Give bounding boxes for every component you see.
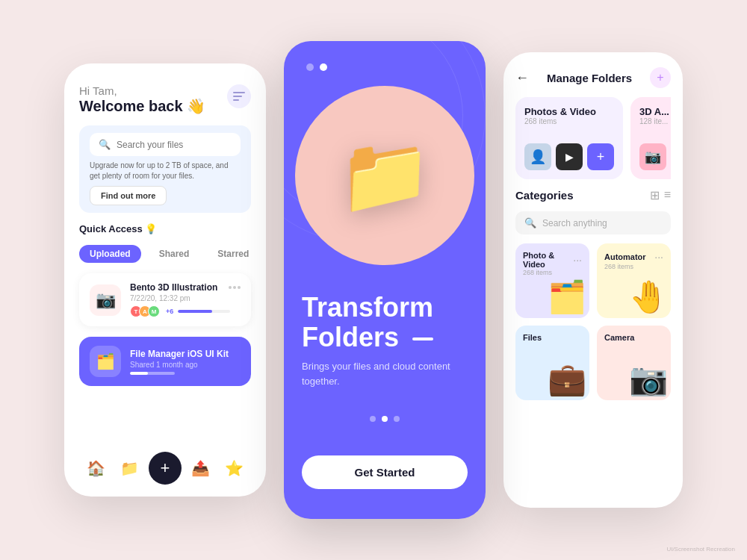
categories-grid: Photo & Video ··· 268 items 🗂️ Automator… <box>515 243 671 400</box>
svg-point-4 <box>233 286 236 289</box>
cat-auto-count: 268 items <box>604 263 663 270</box>
avatar-3: M <box>148 305 160 317</box>
top-dots <box>306 63 327 71</box>
nav-folder[interactable]: 📁 <box>115 453 145 483</box>
page-dot-1[interactable] <box>370 416 376 422</box>
folder-icon: 📁 <box>338 131 432 220</box>
progress-bar-2 <box>130 372 175 375</box>
cat-auto-info: Automator ··· 268 items <box>604 251 663 270</box>
file-icon-2: 🗂️ <box>90 346 121 377</box>
nav-home[interactable]: 🏠 <box>81 453 111 483</box>
grid-view-button[interactable]: ⊞ <box>650 188 660 202</box>
quick-access-section: Quick Access 💡 <box>79 223 251 234</box>
tab-uploaded[interactable]: Uploaded <box>79 245 141 263</box>
folder-1-thumbs: 👤 ▶ + <box>524 143 614 170</box>
more-icon-1[interactable] <box>229 286 241 289</box>
page-dot-3[interactable] <box>394 416 400 422</box>
categories-title: Categories <box>515 189 574 202</box>
quick-access-title: Quick Access 💡 <box>79 223 251 234</box>
folder-card-2[interactable]: 3D A... 128 ite... 📷 <box>630 97 671 179</box>
file-meta-2 <box>130 372 241 375</box>
dot-2 <box>320 63 327 71</box>
file-meta-1: T A M +6 <box>130 305 241 317</box>
file-card-2[interactable]: 🗂️ File Manager iOS UI Kit Shared 1 mont… <box>79 337 251 386</box>
thumb-person: 👤 <box>524 143 551 170</box>
phone2: 📁 Transform Folders Brings your files an… <box>284 41 486 519</box>
upgrade-search-box: 🔍 Upgrade now for up to 2 TB of space, a… <box>79 125 251 213</box>
cat-auto-name: Automator <box>604 252 646 261</box>
svg-rect-1 <box>233 96 242 97</box>
thumb-add-1[interactable]: + <box>587 143 614 170</box>
nav-share[interactable]: 📤 <box>185 453 215 483</box>
file-info-1: Bento 3D Illustration 7/22/20, 12:32 pm … <box>130 282 241 317</box>
folder-card-2-info: 3D A... 128 ite... <box>639 106 671 125</box>
progress-fill-2 <box>130 372 148 375</box>
find-out-button[interactable]: Find out more <box>90 186 167 205</box>
thumb-cam: 📷 <box>639 143 666 170</box>
greeting-text: Hi Tam, <box>79 84 205 97</box>
svg-rect-2 <box>233 99 239 101</box>
folder-1-name: Photos & Video <box>524 106 614 117</box>
phone2-content: Transform Folders Brings your files and … <box>302 293 468 388</box>
progress-bar-1 <box>178 310 230 313</box>
add-folder-button[interactable]: + <box>650 67 671 88</box>
svg-point-3 <box>229 286 232 289</box>
pagination <box>370 416 400 422</box>
file-info-2: File Manager iOS UI Kit Shared 1 month a… <box>130 349 241 375</box>
cat-photo-more[interactable]: ··· <box>573 254 582 266</box>
search-icon: 🔍 <box>99 139 111 150</box>
cat-cam-name: Camera <box>604 333 663 342</box>
file-date-2: Shared 1 month ago <box>130 361 241 369</box>
phone3: ← Manage Folders + Photos & Video 268 it… <box>503 52 683 508</box>
folder-2-name: 3D A... <box>639 106 671 117</box>
folder-1-count: 268 items <box>524 117 614 125</box>
view-toggle: ⊞ ≡ <box>650 188 671 202</box>
cat-card-files[interactable]: Files 💼 <box>515 326 589 400</box>
folders-scroll: Photos & Video 268 items 👤 ▶ + 3D A... 1… <box>515 97 671 179</box>
nav-star[interactable]: ⭐ <box>219 453 249 483</box>
cat-card-camera[interactable]: Camera 📷 <box>597 326 671 400</box>
search-input-row[interactable]: 🔍 <box>90 133 241 156</box>
phone2-title-line1: Transform Folders <box>302 293 468 352</box>
welcome-text: Welcome back 👋 <box>79 97 205 115</box>
tab-starred[interactable]: Starred <box>207 245 259 263</box>
page-dot-2[interactable] <box>382 416 388 422</box>
cat-photo-icon: 🗂️ <box>548 279 586 315</box>
phone1: Hi Tam, Welcome back 👋 🔍 Upgrade now for… <box>64 63 266 497</box>
folder-2-count: 128 ite... <box>639 117 671 125</box>
cat-files-icon: 💼 <box>548 361 586 397</box>
svg-point-5 <box>238 286 241 289</box>
get-started-button[interactable]: Get Started <box>302 455 468 489</box>
cat-auto-icon: 🤚 <box>629 279 668 315</box>
folder-2-thumbs: 📷 <box>639 143 671 170</box>
avatars-1: T A M <box>130 305 157 317</box>
back-button[interactable]: ← <box>515 70 529 86</box>
cat-files-name: Files <box>523 333 582 342</box>
categories-header: Categories ⊞ ≡ <box>515 188 671 202</box>
file-name-1: Bento 3D Illustration <box>130 282 217 293</box>
menu-button[interactable] <box>227 84 251 108</box>
watermark: UI/Screenshot Recreation <box>666 546 735 553</box>
cat-photo-name: Photo & Video <box>523 251 573 269</box>
folder-card-1[interactable]: Photos & Video 268 items 👤 ▶ + <box>515 97 623 179</box>
tab-shared[interactable]: Shared <box>149 245 200 263</box>
bottom-nav: 🏠 📁 + 📤 ⭐ <box>79 446 251 485</box>
nav-add[interactable]: + <box>149 452 182 485</box>
file-card-1[interactable]: 📷 Bento 3D Illustration 7/22/20, 12:32 p… <box>79 273 251 326</box>
thumb-play: ▶ <box>556 143 583 170</box>
cat-card-automator[interactable]: Automator ··· 268 items 🤚 <box>597 243 671 318</box>
svg-rect-0 <box>233 92 245 93</box>
search-input[interactable] <box>117 140 232 150</box>
phone1-header: Hi Tam, Welcome back 👋 <box>79 84 251 115</box>
list-view-button[interactable]: ≡ <box>664 188 671 202</box>
categories-search[interactable]: 🔍 Search anything <box>515 211 671 234</box>
search-icon-3: 🔍 <box>524 217 536 228</box>
upgrade-text: Upgrade now for up to 2 TB of space, and… <box>90 161 241 181</box>
phone3-title: Manage Folders <box>547 72 632 84</box>
cat-card-photo-video[interactable]: Photo & Video ··· 268 items 🗂️ <box>515 243 589 318</box>
phone3-header: ← Manage Folders + <box>515 67 671 88</box>
cat-cam-icon: 📷 <box>629 361 668 397</box>
greeting-block: Hi Tam, Welcome back 👋 <box>79 84 205 115</box>
cat-auto-more[interactable]: ··· <box>654 251 663 263</box>
phone2-subtitle: Brings your files and cloud content toge… <box>302 359 468 388</box>
